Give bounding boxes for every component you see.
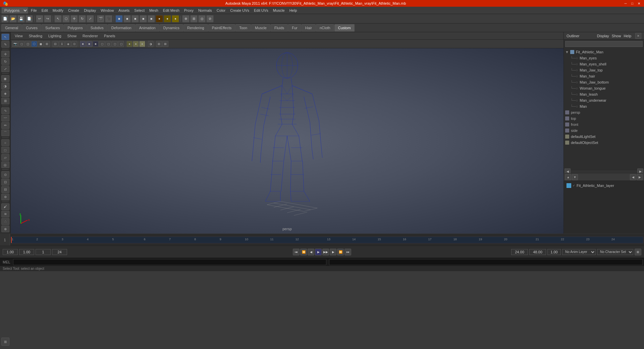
vp-display-type7[interactable]: ◻ [118,41,124,47]
viewport-menu-view[interactable]: View [12,33,25,39]
vp-grid-btn[interactable]: ⊟ [52,41,58,47]
mel-input[interactable] [13,259,327,265]
vp-stereo-btn[interactable]: ⊠ [162,41,168,47]
vp-light3[interactable]: ● [139,41,145,47]
poly-plane-btn[interactable]: ▱ [1,154,9,161]
tool1[interactable]: ■ [115,15,123,22]
move-btn[interactable]: ✛ [70,15,78,22]
rotate-btn[interactable]: ↻ [78,15,86,22]
playback-start-input[interactable] [19,249,34,255]
play-btn[interactable]: ▶ [315,249,322,255]
ipr-btn[interactable]: 🎥 [105,15,112,22]
vp-display-type6[interactable]: ◻ [112,41,118,47]
tool3[interactable]: ■ [131,15,139,22]
menu-window[interactable]: Window [99,8,116,13]
tab-deformation[interactable]: Deformation [108,24,135,32]
vp-select-mask-btn[interactable]: ◻ [18,41,24,47]
viewport-menu-lighting[interactable]: Lighting [46,33,64,39]
menu-display[interactable]: Display [82,8,98,13]
tree-item-man[interactable]: └─○ Man [564,103,644,109]
snap4[interactable]: ⊘ [206,15,214,22]
menu-file[interactable]: File [29,8,39,13]
char-set-btn[interactable]: ⊞ [635,249,641,255]
snap1[interactable]: ⊕ [182,15,190,22]
layer-item[interactable]: ✓ Fit_Athletic_Man_layer [565,182,643,189]
tab-ncloth[interactable]: nCloth [316,24,334,32]
menu-help[interactable]: Help [287,8,299,13]
current-frame-input[interactable] [36,249,51,255]
prev-frame-btn[interactable]: ◀ [308,249,314,255]
layer-scroll-left[interactable]: ◀ [630,174,636,180]
tool5[interactable]: ■ [148,15,155,22]
vp-shading-btn[interactable]: ◫ [25,41,31,47]
tab-surfaces[interactable]: Surfaces [42,24,63,32]
light2[interactable]: ● [164,15,171,22]
tree-item-man-eyes[interactable]: └─○ Man_eyes [564,55,644,61]
poly-cube-btn[interactable]: □ [1,147,9,153]
tree-item-man-leash[interactable]: └─○ Man_leash [564,91,644,97]
light1[interactable]: ● [156,15,163,22]
select-tool-btn[interactable]: ↖ [1,34,9,40]
menu-assets[interactable]: Assets [116,8,131,13]
layer-scroll-right[interactable]: ▶ [637,174,643,180]
vp-camera-btn[interactable]: 📷 [12,41,18,47]
viewport-menu-shading[interactable]: Shading [26,33,45,39]
tree-item-side[interactable]: side [564,128,644,134]
viewport-menu-show[interactable]: Show [65,33,79,39]
tree-item-man-jaw-bottom[interactable]: └─○ Man_Jaw_bottom [564,79,644,85]
playback-end-input[interactable] [52,249,67,255]
vp-img-plane-btn[interactable]: ⊞ [156,41,162,47]
save-scene-btn[interactable]: 💾 [17,15,25,22]
vp-display-type4[interactable]: ◻ [99,41,105,47]
tab-custom[interactable]: Custom [334,24,355,32]
mode-select[interactable]: Polygons Surfaces Dynamics Animation [1,7,28,14]
tab-fur[interactable]: Fur [288,24,301,32]
open-scene-btn[interactable]: 📂 [9,15,17,22]
vp-heads-up-btn[interactable]: ℹ [59,41,65,47]
layer-scroll-down[interactable]: ▼ [572,174,578,180]
tab-polygons[interactable]: Polygons [64,24,86,32]
vp-texture-btn[interactable]: ⊞ [44,41,50,47]
menu-create[interactable]: Create [66,8,81,13]
vp-wireframe-btn[interactable]: ⬡ [31,41,37,47]
menu-color[interactable]: Color [215,8,227,13]
pencil-btn[interactable]: ✏ [1,122,9,129]
no-anim-layer-select[interactable]: No Anim Layer [562,249,596,255]
vp-light1[interactable]: ● [126,41,132,47]
particles-btn[interactable]: ∴ [1,218,9,225]
tool2[interactable]: ■ [123,15,131,22]
nurbs-cube-btn[interactable]: ⊡ [1,179,9,185]
go-to-start-btn[interactable]: ⏮ [293,249,300,255]
tab-toon[interactable]: Toon [235,24,251,32]
fields-btn[interactable]: ⊕ [1,226,9,232]
vp-display-type2[interactable]: ■ [86,41,92,47]
start-frame-input[interactable] [3,249,18,255]
light3[interactable]: ● [172,15,179,22]
viewport-menu-renderer[interactable]: Renderer [80,33,101,39]
scale-btn[interactable]: ⤢ [87,15,94,22]
ep-curve-btn[interactable]: 〰 [1,115,9,121]
snap3[interactable]: ◎ [198,15,206,22]
close-button[interactable]: ✕ [637,1,641,6]
cluster-btn[interactable]: ◈ [1,90,9,97]
vp-display-type5[interactable]: ◻ [105,41,111,47]
menu-mesh[interactable]: Mesh [147,8,160,13]
viewport-3d[interactable]: x y persp [11,48,564,234]
tree-item-man-eyes-shell[interactable]: └─○ Man_eyes_shell [564,61,644,67]
menu-edit[interactable]: Edit [40,8,50,13]
poly-sphere-btn[interactable]: ○ [1,139,9,146]
end-frame-input[interactable] [511,249,528,255]
tree-item-default-light-set[interactable]: defaultLightSet [564,134,644,140]
play-fwd-btn[interactable]: ▶▶ [322,249,329,255]
menu-modify[interactable]: Modify [51,8,65,13]
vp-light2[interactable]: ● [133,41,139,47]
outliner-help-tab[interactable]: Help [624,34,631,38]
snap2[interactable]: ⊞ [190,15,198,22]
mel-output-field[interactable] [329,259,643,265]
viewport-menu-panels[interactable]: Panels [101,33,118,39]
tab-dynamics[interactable]: Dynamics [160,24,183,32]
no-character-set-select[interactable]: No Character Set [597,249,633,255]
maximize-button[interactable]: □ [630,1,635,6]
tree-item-top[interactable]: top [564,115,644,121]
outliner-show-tab[interactable]: Show [612,34,621,38]
